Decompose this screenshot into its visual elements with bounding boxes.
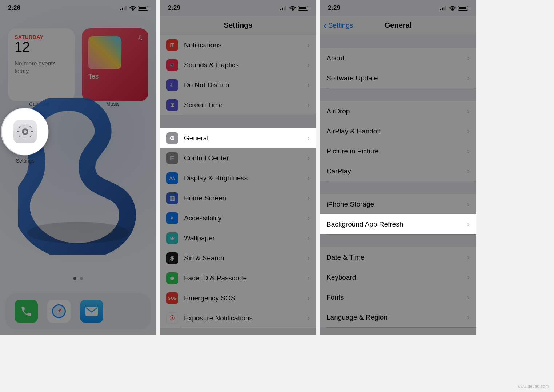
general-row-lang[interactable]: Language & Region› <box>320 307 476 327</box>
settings-row-home-screen[interactable]: ▦Home Screen› <box>160 188 316 208</box>
general-row-carplay[interactable]: CarPlay› <box>320 161 476 181</box>
wallpaper-icon: ❀ <box>166 232 178 244</box>
calendar-date: 12 <box>15 39 68 55</box>
settings-row-wallpaper[interactable]: ❀Wallpaper› <box>160 228 316 248</box>
dock-phone-app[interactable] <box>15 300 38 323</box>
nav-bar: Settings <box>160 16 316 35</box>
settings-row-sounds[interactable]: 🔊Sounds & Haptics› <box>160 55 316 75</box>
phone-icon <box>20 305 32 317</box>
music-widget[interactable]: ♫ Tes <box>82 28 148 101</box>
row-label: Home Screen <box>184 194 307 202</box>
dock-mail-app[interactable] <box>80 300 103 323</box>
general-row-software-update[interactable]: Software Update› <box>320 68 476 88</box>
chevron-right-icon: › <box>467 167 470 176</box>
home-widgets: SATURDAY 12 No more events today ♫ Tes <box>8 28 148 101</box>
general-row-keyboard[interactable]: Keyboard› <box>320 267 476 287</box>
control-center-icon: ⊟ <box>166 152 178 164</box>
general-row-airdrop[interactable]: AirDrop› <box>320 101 476 121</box>
chevron-right-icon: › <box>307 133 310 143</box>
page-dot-active <box>73 277 76 280</box>
general-row-about[interactable]: About› <box>320 48 476 68</box>
chevron-right-icon: › <box>307 173 310 183</box>
settings-row-dnd[interactable]: ☾Do Not Disturb› <box>160 75 316 95</box>
home-screen-icon: ▦ <box>166 192 178 204</box>
general-icon: ⚙ <box>166 132 178 144</box>
status-bar: 2:29 <box>160 0 316 16</box>
row-label: Sounds & Haptics <box>184 61 307 69</box>
settings-row-general[interactable]: ⚙General› <box>160 128 316 148</box>
phone-settings-list: 2:29 Settings ⊞Notifications›🔊Sounds & H… <box>160 0 316 335</box>
general-row-bg-refresh[interactable]: Background App Refresh› <box>320 214 476 234</box>
settings-row-sos[interactable]: SOSEmergency SOS› <box>160 288 316 308</box>
wifi-icon <box>289 5 296 11</box>
general-row-storage[interactable]: iPhone Storage› <box>320 194 476 214</box>
general-row-date-time[interactable]: Date & Time› <box>320 247 476 267</box>
dnd-icon: ☾ <box>166 79 178 91</box>
chevron-right-icon: › <box>307 80 310 90</box>
back-label: Settings <box>328 21 353 29</box>
calendar-widget[interactable]: SATURDAY 12 No more events today <box>8 28 75 101</box>
nav-title: Settings <box>224 21 253 29</box>
svg-rect-9 <box>31 131 33 132</box>
status-time: 2:29 <box>328 4 340 12</box>
chevron-right-icon: › <box>307 193 310 203</box>
chevron-right-icon: › <box>467 107 470 116</box>
watermark: www.devaq.com <box>517 384 549 388</box>
svg-point-14 <box>24 130 27 133</box>
music-album-art <box>88 36 121 69</box>
row-label: Display & Brightness <box>184 174 307 182</box>
chevron-right-icon: › <box>467 147 470 156</box>
nav-bar: ‹ Settings General <box>320 16 476 35</box>
mail-icon <box>85 306 98 316</box>
chevron-right-icon: › <box>467 293 470 302</box>
settings-row-siri[interactable]: ◉Siri & Search› <box>160 248 316 268</box>
general-row-airplay[interactable]: AirPlay & Handoff› <box>320 121 476 141</box>
page-indicator[interactable] <box>0 277 156 280</box>
settings-app-highlight[interactable]: Settings <box>1 108 49 164</box>
settings-row-control-center[interactable]: ⊟Control Center› <box>160 148 316 168</box>
cellular-icon <box>280 6 287 10</box>
row-label: Background App Refresh <box>326 220 467 228</box>
wifi-icon <box>449 5 456 11</box>
settings-row-faceid[interactable]: ☻Face ID & Passcode› <box>160 268 316 288</box>
settings-row-accessibility[interactable]: ♿︎Accessibility› <box>160 208 316 228</box>
chevron-right-icon: › <box>307 253 310 263</box>
general-row-pip[interactable]: Picture in Picture› <box>320 141 476 161</box>
music-track-label: Tes <box>88 73 142 80</box>
chevron-right-icon: › <box>467 73 470 83</box>
chevron-right-icon: › <box>467 127 470 136</box>
general-row-fonts[interactable]: Fonts› <box>320 287 476 307</box>
row-label: Fonts <box>326 293 467 301</box>
chevron-right-icon: › <box>307 40 310 50</box>
row-label: Exposure Notifications <box>184 314 307 322</box>
wifi-icon <box>129 5 136 11</box>
row-label: Emergency SOS <box>184 294 307 302</box>
battery-icon <box>138 6 148 11</box>
svg-rect-8 <box>17 131 19 132</box>
general-list: About›Software Update›AirDrop›AirPlay & … <box>320 35 476 327</box>
dock-safari-app[interactable] <box>47 300 71 323</box>
calendar-events: No more events today <box>15 60 68 75</box>
settings-row-notifications[interactable]: ⊞Notifications› <box>160 35 316 55</box>
settings-row-exposure[interactable]: ⦿Exposure Notifications› <box>160 308 316 328</box>
status-indicators <box>280 5 308 11</box>
settings-row-screentime[interactable]: ⧗Screen Time› <box>160 95 316 115</box>
svg-rect-6 <box>25 124 25 126</box>
row-label: Wallpaper <box>184 234 307 242</box>
display-icon: AA <box>166 172 178 184</box>
chevron-right-icon: › <box>307 100 310 110</box>
settings-list: ⊞Notifications›🔊Sounds & Haptics›☾Do Not… <box>160 35 316 328</box>
cellular-icon <box>120 6 127 10</box>
row-label: Keyboard <box>326 273 467 281</box>
row-label: Control Center <box>184 154 307 162</box>
row-label: iPhone Storage <box>326 200 467 208</box>
settings-row-display[interactable]: AADisplay & Brightness› <box>160 168 316 188</box>
siri-icon: ◉ <box>166 252 178 264</box>
back-button[interactable]: ‹ Settings <box>324 16 353 35</box>
exposure-icon: ⦿ <box>166 312 178 324</box>
row-label: Face ID & Passcode <box>184 274 307 282</box>
row-label: Language & Region <box>326 313 467 321</box>
chevron-right-icon: › <box>307 293 310 303</box>
row-label: Accessibility <box>184 214 307 222</box>
chevron-right-icon: › <box>307 153 310 163</box>
